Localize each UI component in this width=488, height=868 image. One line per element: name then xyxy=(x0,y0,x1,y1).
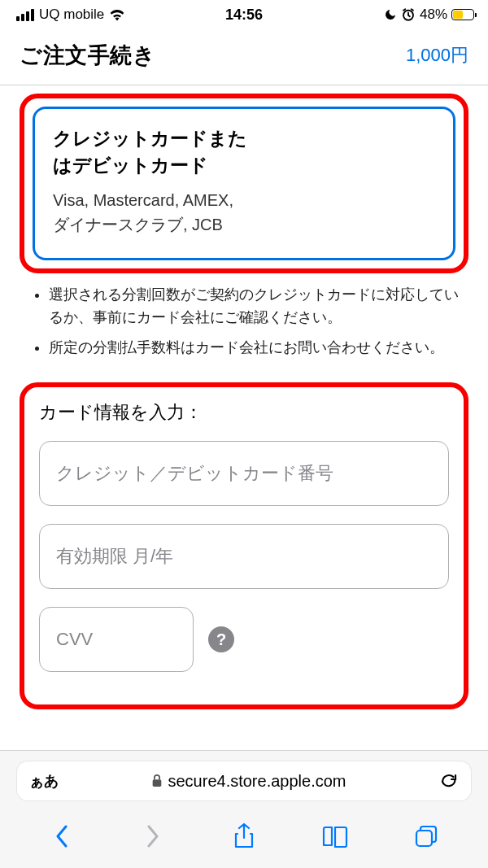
notes-list: 選択される分割回数がご契約のクレジットカードに対応しているか、事前にカード会社に… xyxy=(20,280,468,382)
text-size-button[interactable]: ぁあ xyxy=(29,771,59,791)
url-pill[interactable]: ぁあ secure4.store.apple.com xyxy=(16,761,472,801)
share-button[interactable] xyxy=(229,822,259,851)
cvv-input[interactable] xyxy=(39,607,194,672)
forward-button[interactable] xyxy=(138,822,168,851)
alarm-icon xyxy=(401,7,416,22)
tabs-button[interactable] xyxy=(412,822,441,851)
time-label: 14:56 xyxy=(225,7,263,24)
browser-address-bar: ぁあ secure4.store.apple.com xyxy=(0,750,488,811)
payment-option-title: クレジットカードまた はデビットカード xyxy=(53,125,435,180)
price-link[interactable]: 1,000円 xyxy=(406,43,468,68)
status-right: 48% xyxy=(384,7,477,23)
card-number-input[interactable] xyxy=(39,441,449,506)
note-item: 選択される分割回数がご契約のクレジットカードに対応しているか、事前にカード会社に… xyxy=(49,283,460,330)
reload-icon[interactable] xyxy=(439,771,459,791)
wifi-icon xyxy=(109,8,125,21)
note-item: 所定の分割払手数料はカード会社にお問い合わせください。 xyxy=(49,336,460,360)
expiry-input[interactable] xyxy=(39,524,449,589)
cvv-help-icon[interactable]: ? xyxy=(208,626,234,652)
status-bar: UQ mobile 14:56 48% xyxy=(0,0,488,28)
payment-desc-line1: Visa, Mastercard, AMEX, xyxy=(53,191,233,209)
back-button[interactable] xyxy=(47,822,76,851)
page-header: 一般的な支払い方法： ご注文手続き 1,000円 xyxy=(0,28,488,85)
payment-option-desc: Visa, Mastercard, AMEX, ダイナースクラブ, JCB xyxy=(53,188,435,237)
moon-icon xyxy=(384,8,397,21)
browser-toolbar xyxy=(0,811,488,868)
payment-title-line1: クレジットカードまた xyxy=(53,128,247,149)
signal-icon xyxy=(16,9,34,21)
card-form-highlight: カード情報を入力： ? xyxy=(20,382,468,709)
battery-pct-label: 48% xyxy=(420,7,447,23)
svg-rect-1 xyxy=(153,779,162,787)
url-label: secure4.store.apple.com xyxy=(168,772,346,791)
url-text[interactable]: secure4.store.apple.com xyxy=(68,772,429,791)
card-form-label: カード情報を入力： xyxy=(39,400,449,425)
battery-icon xyxy=(451,9,477,20)
payment-title-line2: はデビットカード xyxy=(53,155,208,176)
payment-desc-line2: ダイナースクラブ, JCB xyxy=(53,216,223,233)
page-title: ご注文手続き xyxy=(20,41,155,70)
bookmarks-button[interactable] xyxy=(320,822,350,851)
svg-rect-2 xyxy=(416,831,432,846)
payment-option-highlight: クレジットカードまた はデビットカード Visa, Mastercard, AM… xyxy=(20,94,468,273)
status-left: UQ mobile xyxy=(16,7,125,23)
payment-option-card[interactable]: クレジットカードまた はデビットカード Visa, Mastercard, AM… xyxy=(33,107,455,260)
carrier-label: UQ mobile xyxy=(39,7,104,23)
lock-icon xyxy=(151,774,163,787)
